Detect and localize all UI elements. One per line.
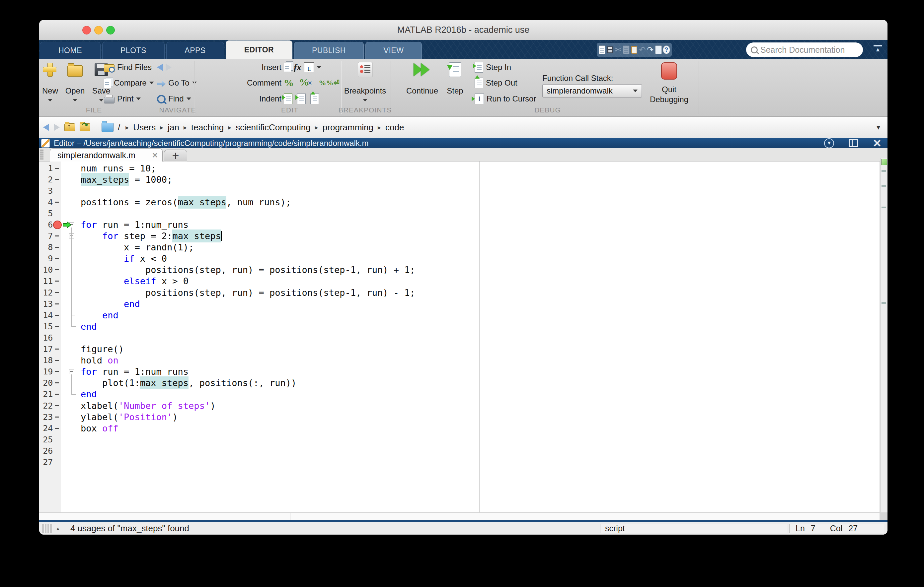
code-line[interactable]: positions(step, run) = positions(step-1,… [61,264,879,276]
file-tab-close-icon[interactable]: × [152,150,158,161]
gutter-row[interactable]: 17 [39,344,61,355]
gutter-row[interactable]: 16 [39,332,61,343]
forward-icon[interactable] [166,64,172,71]
code-line[interactable]: figure() [61,344,879,355]
save-icon[interactable] [606,46,614,54]
code-line[interactable]: if x < 0 [61,253,879,264]
insert-function-icon[interactable]: fx [294,62,301,72]
gutter-row[interactable]: 9 [39,253,61,264]
breadcrumb-root[interactable]: / [118,122,120,133]
gutter-row[interactable]: 5 [39,207,61,219]
statusbar-grip[interactable] [42,524,53,533]
code-line[interactable]: xlabel('Number of steps') [61,400,879,411]
code-line[interactable]: box off [61,423,879,434]
print-button[interactable]: Print [104,93,141,104]
breakpoints-dropdown-icon[interactable] [363,99,367,102]
analyzer-status-icon[interactable] [881,159,887,165]
statusbar-expand-icon[interactable]: ▲ [56,526,60,531]
address-dropdown-icon[interactable]: ▾ [876,123,880,132]
code-line[interactable]: positions = zeros(max_steps, num_runs); [61,196,879,207]
wrap-comments-icon[interactable]: %%⏎ [318,78,339,88]
compare-button[interactable]: Compare [104,77,154,89]
line-number-gutter[interactable]: 1234567891011121314151617181920212223242… [39,161,61,512]
collapse-toolstrip-button[interactable]: ▲ [874,45,882,52]
tabbar-grip[interactable] [40,150,43,160]
toolstrip-tab-apps[interactable]: APPS [166,42,224,59]
gutter-row[interactable]: 21 [39,389,61,400]
code-line[interactable]: for run = 1:num_runs [61,366,879,377]
indent-tools[interactable] [284,93,319,104]
code-line[interactable] [61,207,879,219]
code-line[interactable]: positions(step, run) = positions(step-1,… [61,287,879,298]
current-folder-icon[interactable] [102,123,114,132]
gutter-row[interactable]: 14 [39,309,61,321]
run-to-cursor-button[interactable]: I Run to Cursor [475,93,536,104]
usage-marker-tick[interactable] [881,207,886,208]
usage-marker-tick[interactable] [881,302,886,304]
gutter-row[interactable]: 2 [39,174,61,185]
hscroll-strip[interactable] [39,512,879,520]
find-dropdown-icon[interactable] [186,97,191,100]
code-line[interactable]: end [61,389,879,400]
usage-marker-tick[interactable] [881,170,886,172]
code-line[interactable]: x = randn(1); [61,242,879,253]
cut-icon[interactable]: ✂ [615,46,622,54]
gutter-row[interactable]: 19 [39,366,61,377]
breadcrumb-item-code[interactable]: code [385,122,404,133]
editor-close-icon[interactable]: ✕ [873,137,881,150]
breakpoints-button[interactable]: Breakpoints [338,62,392,102]
comment-icon[interactable]: % [284,78,294,88]
code-fold-toggle-icon[interactable] [69,222,74,227]
gutter-row[interactable]: 3 [39,185,61,196]
gutter-row[interactable]: 13 [39,298,61,309]
paste-icon[interactable] [630,46,638,54]
undo-icon[interactable]: ↶ [639,46,646,54]
go-to-button[interactable]: Go To [157,77,197,89]
gutter-row[interactable]: 11 [39,276,61,287]
code-line[interactable]: end [61,321,879,332]
copy-icon[interactable] [623,46,630,54]
code-line[interactable] [61,434,879,445]
nav-forward-icon[interactable] [54,124,60,131]
code-line[interactable]: ylabel('Position') [61,411,879,423]
breadcrumb-item-Users[interactable]: Users [133,122,156,133]
find-files-button[interactable]: Find Files [104,62,152,73]
code-editor[interactable]: 1234567891011121314151617181920212223242… [39,161,879,512]
folder-up-icon[interactable] [64,123,75,132]
back-icon[interactable] [157,64,163,71]
code-line[interactable] [61,185,879,196]
open-dropdown-icon[interactable] [73,99,78,102]
redo-icon[interactable]: ↷ [647,46,654,54]
insert-tools[interactable]: fx fi [284,62,321,73]
indent-right-icon[interactable] [297,94,306,104]
breadcrumb-item-programming[interactable]: programming [323,122,373,133]
insert-section-icon[interactable] [284,62,291,72]
breadcrumb-item-scientificComputing[interactable]: scientificComputing [236,122,310,133]
window-icon[interactable] [655,46,662,54]
usage-marker-tick[interactable] [881,185,886,187]
insert-dropdown-icon[interactable] [317,66,321,69]
open-button[interactable]: Open [60,62,90,102]
gutter-row[interactable]: 27 [39,456,61,468]
code-pane[interactable]: num_runs = 10;max_steps = 1000;positions… [61,161,879,512]
step-in-button[interactable]: Step In [475,62,511,73]
search-documentation-box[interactable]: Search Documentation [746,43,863,57]
insert-fi-icon[interactable]: fi [304,62,314,72]
code-line[interactable] [61,332,879,343]
editor-undock-icon[interactable] [849,139,858,147]
new-dropdown-icon[interactable] [48,99,53,102]
new-file-tab-button[interactable]: + [164,150,187,162]
code-line[interactable]: end [61,309,879,321]
code-line[interactable] [61,445,879,456]
find-button[interactable]: Find [157,93,191,104]
continue-button[interactable]: Continue [401,62,444,95]
toolstrip-tab-plots[interactable]: PLOTS [102,42,165,59]
save-dropdown-icon[interactable] [99,99,104,102]
gutter-row[interactable]: 20 [39,377,61,389]
code-line[interactable]: num_runs = 10; [61,163,879,174]
code-line[interactable]: hold on [61,355,879,366]
gutter-row[interactable]: 25 [39,434,61,445]
gutter-row[interactable]: 15 [39,321,61,332]
quit-debugging-button[interactable]: Quit Debugging [644,62,694,104]
gutter-row[interactable]: 6 [39,219,61,230]
